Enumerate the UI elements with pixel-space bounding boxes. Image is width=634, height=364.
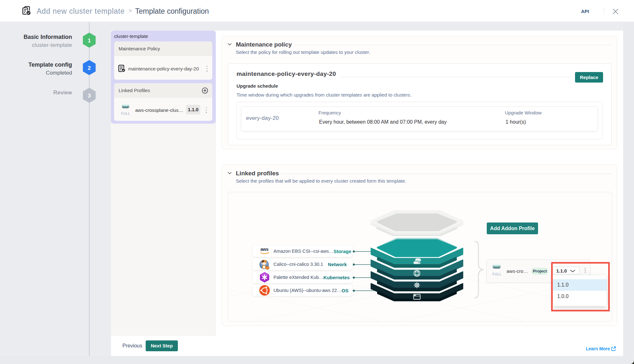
- svg-text:3: 3: [88, 93, 91, 99]
- svg-text:2: 2: [88, 65, 91, 71]
- svg-text:1: 1: [88, 38, 91, 44]
